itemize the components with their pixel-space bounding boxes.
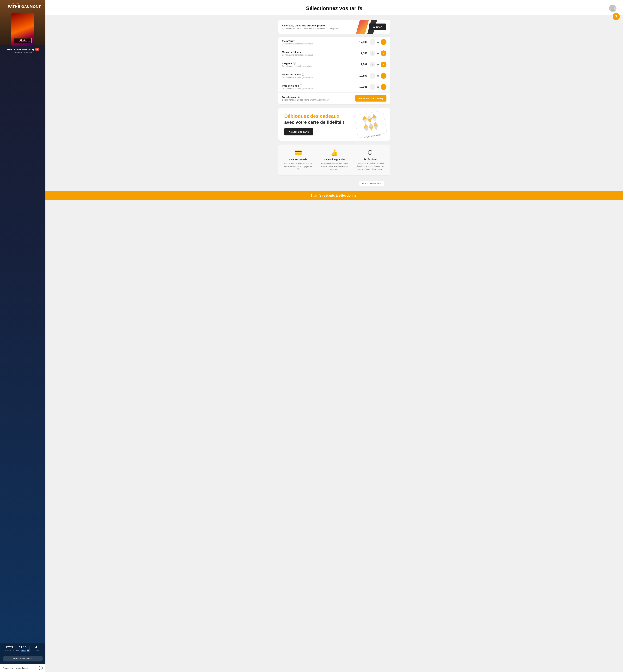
main-body: CinéPass, CinéCarte ou Code promo Ajoute… [272,16,396,191]
feature-divider-1 [316,149,316,171]
tarif-sub: Compléments technologiques inclus [282,43,354,45]
tarif-name: Moins de 26 ans i [282,73,354,76]
logo-area: les cinémas PATHÉ GAUMONT [8,3,41,9]
modify-places-button[interactable]: Modifier mes places [3,656,43,662]
feature-access-icon: ⏱ [367,149,374,156]
diamond-card-svg: CARTE DE FIDÉLITÉ [354,110,387,139]
cineday-info: Tous les mardis 1 place achetée, 1 place… [282,96,355,101]
tarif-increment-button[interactable]: − [381,62,386,67]
svg-point-0 [612,6,614,9]
page-title: Sélectionnez vos tarifs [59,5,609,11]
svg-point-1 [611,9,615,11]
poster-title-box: SOLO A STAR WARS STORY [14,38,32,43]
age-badge: 12 [35,48,39,51]
fidelity-plus-button[interactable]: + [39,666,43,670]
help-button[interactable]: ? [613,13,620,20]
tarif-name: Moins de 14 ans i [282,51,354,54]
tarif-name: Imagin'R i [282,62,354,65]
feature-access: ⏱ Accès direct Nous vous accueillons au … [354,149,387,171]
tarif-count: 0 [376,74,380,77]
poster-inner: SOLO A STAR WARS STORY [11,13,34,46]
logo-small: les cinémas [8,3,41,4]
fidelite-add-button[interactable]: Ajouter une carte [284,128,313,135]
tarif-info-icon[interactable]: i [293,62,296,65]
tarif-increment-button[interactable]: − [381,39,386,45]
tarif-price: 9,50€ [354,63,367,66]
tarif-info-icon[interactable]: i [294,39,297,42]
cinepass-text: CinéPass, CinéCarte ou Code promo Ajoute… [282,24,368,30]
bottom-bar-text: 3 tarifs restants à sélectionner [51,194,617,197]
tarif-price: 10,50€ [354,74,367,77]
fidelite-section: Débloquez des cadeaux avec votre carte d… [278,108,390,141]
poster-title-text: SOLO [16,39,30,41]
poster-subtitle-text: A STAR WARS STORY [16,41,30,42]
sidebar-bottom: 22/09 MERCREDI 11:15 VOST IMAX ♿ 4 PLACE… [0,643,46,664]
tarif-info-icon[interactable]: i [302,73,304,76]
tarif-row: Moins de 14 ans i Compléments technologi… [278,48,390,59]
movie-title-text: Solo : A Star Wars Story [7,48,35,51]
user-icon [610,6,615,11]
session-date: 22/09 [5,646,13,649]
feature-cancel-desc: Vous pouvez annuler vos billets jusqu'à … [320,162,349,171]
session-time-col: 11:15 VOST IMAX ♿ [16,646,30,652]
tarifs-container: Plein Tarif i Compléments technologiques… [278,37,390,92]
back-button[interactable]: ← [3,4,6,8]
avatar-circle [609,4,617,12]
cinepass-card: CinéPass, CinéCarte ou Code promo Ajoute… [278,20,390,34]
movie-poster: SOLO A STAR WARS STORY [11,13,34,46]
tarif-decrement-button[interactable]: − [369,39,376,45]
cineday-title: Tous les mardis [282,96,355,98]
tarifs-card: Plein Tarif i Compléments technologiques… [278,37,390,104]
tarif-sub: Compléments technologiques inclus [282,87,354,90]
tarif-row: Plein Tarif i Compléments technologiques… [278,37,390,48]
feature-cancel: 👍 Annulation gratuite Vous pouvez annule… [318,149,351,171]
tarif-info: Plus de 65 ans i Compléments technologiq… [282,84,354,90]
tarif-name: Plein Tarif i [282,39,354,42]
fidelity-label: Ajouter une carte de fidélité [3,667,28,669]
bottom-bar: 3 tarifs restants à sélectionner [46,191,623,200]
tarif-price: 12,00€ [354,86,367,88]
movie-title: Solo : A Star Wars Story 12 [7,48,39,51]
tarif-increment-button[interactable]: − [381,51,386,56]
tarif-info-icon[interactable]: i [302,51,304,53]
cineday-sub: 1 place achetée, 1 place offerte avec Or… [282,99,355,101]
cinepass-title: CinéPass, CinéCarte ou Code promo [282,24,368,27]
tag-accessibility: ♿ [27,649,29,652]
consent-button[interactable]: Mes consentements [359,181,384,186]
tarif-controls: − 0 − [369,73,386,79]
feature-access-title: Accès direct [363,158,377,160]
tarif-sub: Compléments technologiques inclus [282,76,354,79]
tarif-decrement-button[interactable]: − [369,84,376,90]
tag-imax: IMAX [21,650,26,651]
tarif-row: Plus de 65 ans i Compléments technologiq… [278,82,390,92]
logo-big: PATHÉ GAUMONT [8,4,41,9]
session-places-label: PLACES [33,649,39,651]
tarif-controls: − 0 − [369,84,386,90]
tarif-count: 0 [376,86,380,88]
feature-cancel-title: Annulation gratuite [324,158,345,161]
cineday-add-button[interactable]: Ajouter un code Cinéday [355,95,386,101]
tarif-info: Imagin'R i Compléments technologiques in… [282,62,354,67]
cinepass-add-button[interactable]: Ajouter [368,24,386,30]
tarif-controls: − 0 − [369,39,386,45]
session-day: MERCREDI [5,649,14,651]
tarif-sub: Compléments technologiques inclus [282,65,354,67]
feature-access-desc: Nous vous accueillons au point d'accès a… [356,162,385,171]
tarif-info: Plein Tarif i Compléments technologiques… [282,39,354,45]
tarif-decrement-button[interactable]: − [369,73,376,79]
user-avatar[interactable] [609,4,617,12]
tarif-info: Moins de 26 ans i Compléments technologi… [282,73,354,79]
tarif-price: 7,50€ [354,52,367,55]
tarif-count: 0 [376,63,380,66]
diamond-card-decoration: CARTE DE FIDÉLITÉ [354,110,387,139]
tarif-controls: − 0 − [369,51,386,56]
tarif-controls: − 0 − [369,62,386,67]
tarif-increment-button[interactable]: − [381,84,386,90]
tarif-increment-button[interactable]: − [381,73,386,79]
fidelity-bar: Ajouter une carte de fidélité + [0,664,46,672]
session-info: 22/09 MERCREDI 11:15 VOST IMAX ♿ 4 PLACE… [3,646,43,654]
tarif-decrement-button[interactable]: − [369,51,376,56]
tarif-info-icon[interactable]: i [300,84,302,87]
tarif-decrement-button[interactable]: − [369,62,376,67]
tag-vost: VOST [16,650,20,651]
